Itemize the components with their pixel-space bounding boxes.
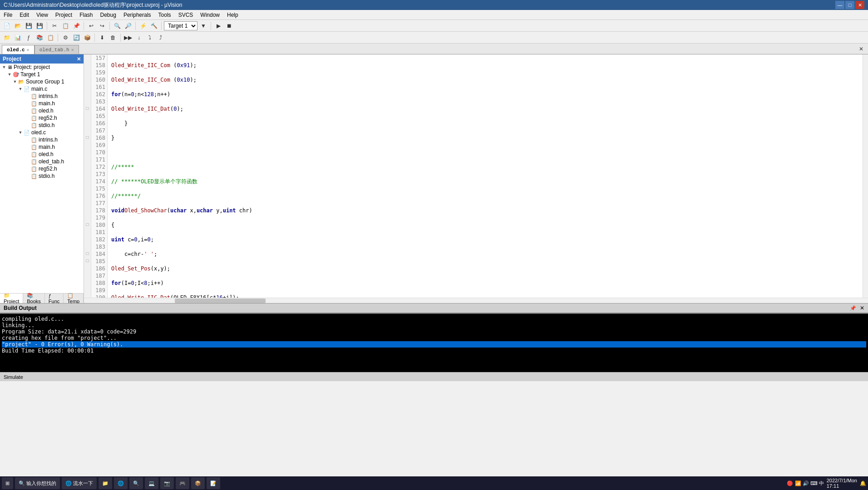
batch-build-button[interactable]: 📦 bbox=[82, 33, 92, 43]
paste-button[interactable]: 📌 bbox=[71, 21, 81, 31]
menu-project[interactable]: Project bbox=[52, 10, 76, 20]
save-all-button[interactable]: 💾 bbox=[35, 21, 44, 31]
menu-window[interactable]: Window bbox=[197, 10, 223, 20]
sidebar-bottom-tabs: 📁 Project 📚 Books ƒ Func 📋 Temp bbox=[0, 293, 84, 303]
template-button[interactable]: 📋 bbox=[45, 33, 55, 43]
tree-item-oledh2[interactable]: 📋 oled.h bbox=[0, 151, 84, 158]
new-file-button[interactable]: 📄 bbox=[2, 21, 12, 31]
toolbar-separator-6 bbox=[211, 22, 211, 30]
expand-icon-target1: ▼ bbox=[6, 72, 13, 77]
start-debug-button[interactable]: ▶ bbox=[213, 21, 223, 31]
step-over-button[interactable]: ⤵ bbox=[145, 33, 155, 43]
menu-svcs[interactable]: SVCS bbox=[175, 10, 197, 20]
close-button[interactable]: ✕ bbox=[855, 1, 864, 9]
menu-peripherals[interactable]: Peripherals bbox=[120, 10, 155, 20]
build-button[interactable]: 🔨 bbox=[149, 21, 159, 31]
step-out-button[interactable]: ⤴ bbox=[156, 33, 166, 43]
sidebar-tab-temp[interactable]: 📋 Temp bbox=[64, 294, 84, 303]
erase-button[interactable]: 🗑 bbox=[108, 33, 118, 43]
code-content[interactable]: Oled_Write_IIC_Com (0x91); Oled_Write_II… bbox=[108, 54, 863, 298]
cut-button[interactable]: ✂ bbox=[49, 21, 59, 31]
tab-oled-tabh-close[interactable]: ✕ bbox=[71, 47, 74, 53]
compile-button[interactable]: ⚡ bbox=[138, 21, 148, 31]
expand-icon-source: ▼ bbox=[12, 79, 18, 84]
stop-debug-button[interactable]: ⏹ bbox=[224, 21, 234, 31]
taskbar-pkg-btn[interactable]: 📦 bbox=[191, 477, 205, 489]
menu-edit[interactable]: Edit bbox=[16, 10, 33, 20]
tree-item-intrins1[interactable]: 📋 intrins.h bbox=[0, 93, 84, 100]
minimize-button[interactable]: — bbox=[835, 1, 844, 9]
download-button[interactable]: ⬇ bbox=[97, 33, 107, 43]
target-options-button[interactable]: ▼ bbox=[198, 21, 208, 31]
code-line-162: } bbox=[109, 134, 861, 142]
tree-item-reg522[interactable]: 📋 reg52.h bbox=[0, 165, 84, 172]
tree-item-stdio1[interactable]: 📋 stdio.h bbox=[0, 122, 84, 129]
tree-item-oledh1[interactable]: 📋 oled.h bbox=[0, 107, 84, 114]
source-group-icon: 📂 bbox=[18, 79, 25, 85]
sidebar-tab-project[interactable]: 📁 Project bbox=[0, 294, 23, 303]
tree-item-target1[interactable]: ▼ 🎯 Target 1 bbox=[0, 71, 84, 78]
tree-item-stdio2[interactable]: 📋 stdio.h bbox=[0, 172, 84, 180]
taskbar-game-btn[interactable]: 🎮 bbox=[176, 477, 189, 489]
tree-item-source-group[interactable]: ▼ 📂 Source Group 1 bbox=[0, 78, 84, 85]
menu-help[interactable]: Help bbox=[223, 10, 242, 20]
taskbar-browser-btn[interactable]: 🌐 流水一下 bbox=[62, 477, 97, 489]
open-button[interactable]: 📂 bbox=[13, 21, 23, 31]
menu-debug[interactable]: Debug bbox=[97, 10, 120, 20]
tree-item-project[interactable]: ▼ 🖥 Project: project bbox=[0, 64, 84, 71]
menu-flash[interactable]: Flash bbox=[76, 10, 96, 20]
build-close-button[interactable]: ✕ bbox=[860, 305, 864, 311]
close-all-tabs-button[interactable]: ✕ bbox=[856, 44, 866, 54]
undo-button[interactable]: ↩ bbox=[86, 21, 96, 31]
project-window-button[interactable]: 📁 bbox=[2, 33, 12, 43]
sidebar-close-button[interactable]: ✕ bbox=[77, 56, 81, 62]
copy-button[interactable]: 📋 bbox=[60, 21, 70, 31]
tb2-sep-2 bbox=[94, 34, 95, 42]
target-select[interactable]: Target 1 bbox=[164, 21, 197, 30]
taskbar-photo-btn[interactable]: 📷 bbox=[160, 477, 174, 489]
taskbar-notification[interactable]: 🔔 bbox=[860, 480, 866, 486]
redo-button[interactable]: ↪ bbox=[97, 21, 107, 31]
tree-item-mainh1[interactable]: 📋 main.h bbox=[0, 100, 84, 107]
taskbar-files-btn[interactable]: 📁 bbox=[99, 477, 112, 489]
func-button[interactable]: ƒ bbox=[24, 33, 34, 43]
book-button[interactable]: 📚 bbox=[35, 33, 44, 43]
taskbar-computer-btn[interactable]: 💻 bbox=[145, 477, 158, 489]
sidebar-tab-func[interactable]: ƒ Func bbox=[45, 294, 64, 303]
taskbar-edge-btn[interactable]: 🌐 bbox=[114, 477, 128, 489]
search-button[interactable]: 🔍 输入你想找的 bbox=[15, 477, 60, 489]
build-output-content: compiling oled.c... linking... Program S… bbox=[0, 313, 868, 372]
menu-file[interactable]: File bbox=[0, 10, 16, 20]
lnum-163: 163 bbox=[93, 98, 105, 105]
build-pin-button[interactable]: 📌 bbox=[850, 305, 856, 311]
step-button[interactable]: ↓ bbox=[134, 33, 144, 43]
tree-item-mainh2[interactable]: 📋 main.h bbox=[0, 143, 84, 151]
register-button[interactable]: 📊 bbox=[13, 33, 23, 43]
tab-oledc-close[interactable]: ✕ bbox=[27, 47, 30, 53]
save-button[interactable]: 💾 bbox=[24, 21, 34, 31]
sidebar-tab-books[interactable]: 📚 Books bbox=[23, 294, 45, 303]
lnum-175: 175 bbox=[93, 185, 105, 192]
menu-view[interactable]: View bbox=[33, 10, 52, 20]
tree-item-mainc[interactable]: ▼ 📄 main.c bbox=[0, 85, 84, 93]
horizontal-scrollbar[interactable] bbox=[84, 298, 868, 303]
maximize-button[interactable]: □ bbox=[845, 1, 854, 9]
tree-item-oledc[interactable]: ▼ 📄 oled.c bbox=[0, 129, 84, 136]
go-button[interactable]: ▶▶ bbox=[123, 33, 133, 43]
rebuild-button[interactable]: 🔄 bbox=[71, 33, 81, 43]
menu-tools[interactable]: Tools bbox=[155, 10, 175, 20]
tree-item-reg521[interactable]: 📋 reg52.h bbox=[0, 114, 84, 122]
find-button[interactable]: 🔍 bbox=[112, 21, 122, 31]
tree-item-oled-tabh[interactable]: 📋 oled_tab.h bbox=[0, 158, 84, 165]
taskbar-note-btn[interactable]: 📝 bbox=[207, 477, 220, 489]
build-all-button[interactable]: ⚙ bbox=[60, 33, 70, 43]
tab-oled-tabh[interactable]: oled_tab.h ✕ bbox=[35, 45, 79, 54]
tab-oledc[interactable]: oled.c ✕ bbox=[2, 45, 35, 54]
vertical-scrollbar[interactable] bbox=[863, 54, 868, 298]
lnum-187: 187 bbox=[93, 272, 105, 279]
find-replace-button[interactable]: 🔎 bbox=[123, 21, 133, 31]
taskbar-search-btn[interactable]: 🔍 bbox=[129, 477, 143, 489]
start-button[interactable]: ⊞ bbox=[2, 477, 13, 489]
lnum-172: 172 bbox=[93, 163, 105, 171]
tree-item-intrins2[interactable]: 📋 intrins.h bbox=[0, 136, 84, 143]
